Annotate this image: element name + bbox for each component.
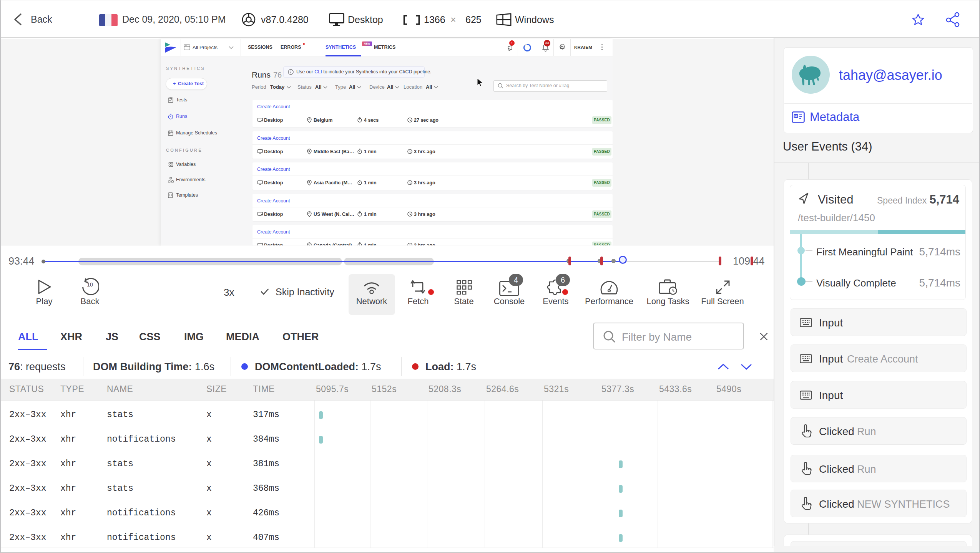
svg-text:10: 10 [87, 281, 93, 288]
